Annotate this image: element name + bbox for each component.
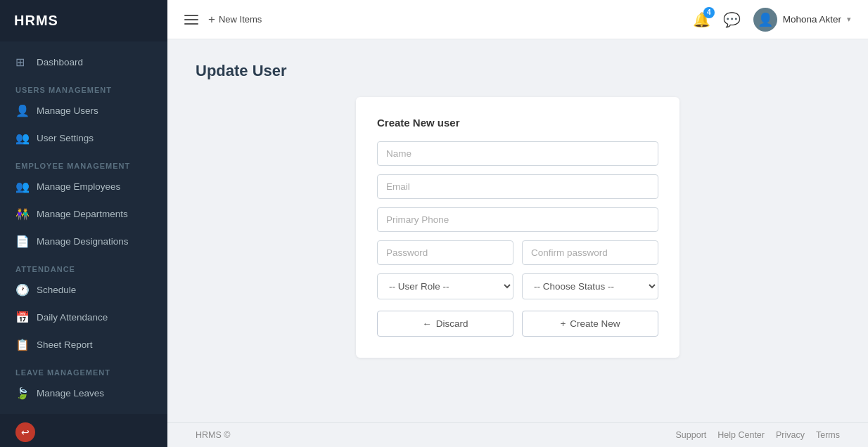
phone-field-group: [377, 207, 658, 232]
sidebar-item-label-manage-employees: Manage Employees: [37, 181, 120, 192]
sidebar-item-label-user-settings: User Settings: [37, 133, 94, 143]
phone-input[interactable]: [377, 207, 658, 232]
new-items-button[interactable]: + New Items: [208, 13, 262, 27]
create-label: Create New: [570, 318, 620, 329]
employees-icon: 👥: [15, 180, 30, 193]
schedule-icon: 🕐: [15, 283, 30, 297]
footer-link-terms[interactable]: Terms: [816, 430, 840, 440]
sidebar-item-manage-departments[interactable]: 👫 Manage Departments: [0, 200, 167, 228]
sidebar-item-label-sheet-report: Sheet Report: [37, 339, 93, 350]
sidebar-item-label-daily-attendance: Daily Attendance: [37, 312, 108, 323]
notification-badge: 4: [703, 7, 715, 18]
sidebar-item-label-dashboard: Dashboard: [37, 57, 83, 67]
notification-button[interactable]: 🔔 4: [693, 11, 710, 28]
create-user-card: Create New user -- User Role -- -- Choos: [356, 97, 679, 358]
dashboard-icon: ⊞: [15, 56, 30, 69]
sidebar-nav: ⊞ Dashboard Users Management 👤 Manage Us…: [0, 41, 167, 414]
name-input[interactable]: [377, 141, 658, 166]
sidebar-bottom: ↩: [0, 414, 167, 447]
sidebar-item-label-manage-designations: Manage Designations: [37, 236, 129, 247]
sidebar-item-label-manage-users: Manage Users: [37, 105, 98, 116]
sidebar-item-manage-employees[interactable]: 👥 Manage Employees: [0, 173, 167, 200]
main-area: + New Items 🔔 4 💬 👤 Mohona Akter ▾ Updat…: [167, 0, 868, 447]
app-logo: HRMS: [0, 0, 167, 41]
email-field-group: [377, 174, 658, 199]
sidebar-item-label-manage-leaves: Manage Leaves: [37, 388, 104, 399]
card-title: Create New user: [377, 117, 658, 129]
create-plus-icon: +: [560, 318, 566, 329]
user-name: Mohona Akter: [783, 14, 841, 25]
leaves-icon: 🍃: [15, 387, 30, 400]
user-role-select[interactable]: -- User Role --: [377, 273, 513, 299]
sidebar-item-label-manage-departments: Manage Departments: [37, 209, 128, 219]
user-icon: 👤: [15, 104, 30, 117]
designations-icon: 📄: [15, 235, 30, 248]
chat-icon[interactable]: 💬: [723, 11, 741, 28]
sidebar-item-schedule[interactable]: 🕐 Schedule: [0, 276, 167, 304]
discard-arrow-icon: ←: [422, 318, 432, 329]
footer: HRMS © Support Help Center Privacy Terms: [167, 422, 868, 447]
plus-icon: +: [208, 13, 215, 27]
sidebar-item-manage-designations[interactable]: 📄 Manage Designations: [0, 228, 167, 255]
hamburger-line-1: [184, 15, 198, 16]
avatar: 👤: [753, 8, 777, 32]
topbar-right: 🔔 4 💬 👤 Mohona Akter ▾: [693, 8, 851, 32]
password-row: [377, 240, 658, 265]
create-new-button[interactable]: + Create New: [522, 311, 658, 337]
sidebar-item-manage-leaves[interactable]: 🍃 Manage Leaves: [0, 380, 167, 407]
page-title: Update User: [196, 62, 840, 80]
sidebar-item-sheet-report[interactable]: 📋 Sheet Report: [0, 331, 167, 358]
new-items-label: New Items: [219, 14, 262, 25]
footer-link-help-center[interactable]: Help Center: [717, 430, 765, 440]
users-icon: 👥: [15, 131, 30, 145]
footer-links: Support Help Center Privacy Terms: [676, 430, 841, 440]
name-field-group: [377, 141, 658, 166]
chevron-down-icon: ▾: [847, 15, 851, 24]
report-icon: 📋: [15, 338, 30, 351]
hamburger-line-3: [184, 23, 198, 25]
password-input[interactable]: [377, 240, 513, 265]
footer-link-privacy[interactable]: Privacy: [776, 430, 805, 440]
topbar-left: + New Items: [184, 13, 262, 27]
email-input[interactable]: [377, 174, 658, 199]
sidebar: HRMS ⊞ Dashboard Users Management 👤 Mana…: [0, 0, 167, 447]
calendar-icon: 📅: [15, 311, 30, 324]
status-select[interactable]: -- Choose Status --: [522, 273, 658, 299]
departments-icon: 👫: [15, 207, 30, 221]
user-menu[interactable]: 👤 Mohona Akter ▾: [753, 8, 851, 32]
discard-label: Discard: [436, 318, 468, 329]
section-employee-management: Employee Management: [0, 152, 167, 173]
form-actions: ← Discard + Create New: [377, 311, 658, 337]
sidebar-item-dashboard[interactable]: ⊞ Dashboard: [0, 48, 167, 76]
discard-button[interactable]: ← Discard: [377, 311, 513, 337]
sidebar-bottom-icon: ↩: [15, 422, 35, 442]
role-status-row: -- User Role -- -- Choose Status --: [377, 273, 658, 299]
topbar: + New Items 🔔 4 💬 👤 Mohona Akter ▾: [167, 0, 868, 39]
content-area: Update User Create New user -- User Role…: [167, 39, 868, 422]
sidebar-item-manage-users[interactable]: 👤 Manage Users: [0, 97, 167, 124]
section-users-management: Users Management: [0, 76, 167, 97]
hamburger-line-2: [184, 19, 198, 20]
section-leave-management: Leave Management: [0, 358, 167, 380]
sidebar-item-label-schedule: Schedule: [37, 285, 76, 295]
hamburger-button[interactable]: [184, 15, 198, 25]
sidebar-item-user-settings[interactable]: 👥 User Settings: [0, 124, 167, 152]
sidebar-item-daily-attendance[interactable]: 📅 Daily Attendance: [0, 304, 167, 331]
section-attendance: Attendance: [0, 255, 167, 276]
footer-link-support[interactable]: Support: [676, 430, 707, 440]
confirm-password-input[interactable]: [522, 240, 658, 265]
footer-copyright: HRMS ©: [196, 430, 231, 440]
